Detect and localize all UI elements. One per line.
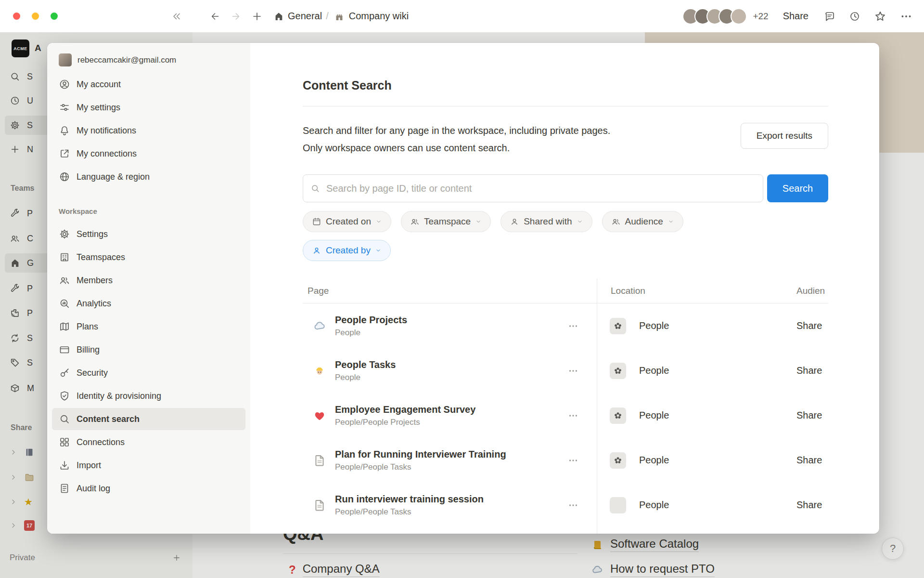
- comments-icon[interactable]: [824, 11, 835, 22]
- table-row: People Tasks People People Share: [303, 348, 828, 393]
- filter-audience[interactable]: Audience: [602, 211, 683, 232]
- new-tab-icon[interactable]: [251, 11, 263, 22]
- settings-nav-item-plans[interactable]: Plans: [52, 315, 245, 338]
- notion-app-window: General / Company wiki +22 Share Q&A ? C…: [0, 0, 924, 578]
- page-icon: [312, 498, 327, 512]
- bell-icon: [59, 125, 70, 136]
- search-box: [303, 174, 763, 202]
- zoom-button[interactable]: [51, 13, 58, 20]
- page-path: People: [335, 373, 396, 382]
- settings-nav-item-members[interactable]: Members: [52, 269, 245, 291]
- workspace-section-header: Workspace: [59, 207, 239, 215]
- export-results-button[interactable]: Export results: [741, 123, 828, 149]
- home-icon: [273, 11, 284, 22]
- filter-teamspace[interactable]: Teamspace: [401, 211, 491, 232]
- settings-nav-item-billing[interactable]: Billing: [52, 339, 245, 361]
- members-icon: [59, 275, 70, 286]
- column-header-audience: Audien: [796, 286, 825, 296]
- forward-icon[interactable]: [231, 11, 241, 22]
- page-path: People/People Tasks: [335, 507, 484, 517]
- page-title: Content Search: [303, 78, 828, 93]
- history-icon[interactable]: [849, 11, 860, 22]
- page-title-link[interactable]: People Projects: [335, 315, 407, 326]
- audience-value: Share: [796, 438, 822, 483]
- people-icon: [410, 217, 420, 226]
- collapse-sidebar-icon[interactable]: [171, 11, 182, 22]
- search-input[interactable]: [303, 174, 763, 202]
- window-controls: [13, 13, 58, 20]
- import-icon: [59, 460, 70, 471]
- row-more-button[interactable]: [563, 408, 584, 423]
- teamspace-icon: [610, 497, 626, 513]
- results-table: Page Location Audien People Projects Peo…: [303, 278, 828, 534]
- breadcrumb-root[interactable]: General: [288, 11, 322, 22]
- share-button[interactable]: Share: [783, 11, 808, 22]
- settings-nav-item-identity-provisioning[interactable]: Identity & provisioning: [52, 385, 245, 407]
- chevron-down-icon: [475, 218, 482, 225]
- chevron-down-icon: [667, 218, 674, 225]
- settings-nav-item-connections[interactable]: Connections: [52, 431, 245, 453]
- settings-nav-item-my-connections[interactable]: My connections: [52, 143, 245, 165]
- row-more-button[interactable]: [563, 364, 584, 378]
- settings-nav-item-settings[interactable]: Settings: [52, 223, 245, 245]
- key-icon: [59, 367, 70, 379]
- search-button[interactable]: Search: [767, 174, 828, 202]
- row-more-button[interactable]: [563, 453, 584, 468]
- settings-nav-item-my-notifications[interactable]: My notifications: [52, 119, 245, 142]
- minimize-button[interactable]: [32, 13, 39, 20]
- settings-nav-item-analytics[interactable]: Analytics: [52, 292, 245, 315]
- settings-nav-item-language-region[interactable]: Language & region: [52, 166, 245, 188]
- teamspace-icon: [610, 452, 626, 469]
- filter-created-on[interactable]: Created on: [303, 211, 391, 232]
- gear-icon: [59, 228, 70, 240]
- settings-modal: rebeccamcakir@gmail.com My account My se…: [47, 43, 879, 534]
- location-name: People: [639, 320, 669, 331]
- calendar-icon: [312, 217, 321, 226]
- table-row: Plan for Running Interviewer Training Pe…: [303, 438, 828, 483]
- filter-shared-with[interactable]: Shared with: [500, 211, 592, 232]
- audience-value: Share: [796, 348, 822, 393]
- account-avatar: [59, 53, 72, 66]
- row-more-button[interactable]: [563, 498, 584, 512]
- page-title-link[interactable]: Plan for Running Interviewer Training: [335, 449, 506, 460]
- settings-nav-item-my-account[interactable]: My account: [52, 73, 245, 95]
- account-row: rebeccamcakir@gmail.com: [47, 53, 250, 66]
- settings-nav-item-my-settings[interactable]: My settings: [52, 96, 245, 118]
- settings-nav-item-import[interactable]: Import: [52, 454, 245, 476]
- chevron-down-icon: [375, 218, 382, 225]
- avatar-overflow-count[interactable]: +22: [753, 11, 768, 22]
- page-title-link[interactable]: Run interviewer training session: [335, 494, 484, 505]
- close-button[interactable]: [13, 13, 20, 20]
- location-name: People: [639, 410, 669, 421]
- audit-log-icon: [59, 483, 70, 494]
- settings-nav-item-teamspaces[interactable]: Teamspaces: [52, 246, 245, 268]
- titlebar: General / Company wiki +22 Share: [0, 0, 924, 32]
- column-header-location: Location: [611, 286, 645, 296]
- page-icon: [312, 453, 327, 468]
- page-title-link[interactable]: People Tasks: [335, 359, 396, 370]
- row-more-button[interactable]: [563, 319, 584, 333]
- globe-icon: [59, 171, 70, 183]
- grid-icon: [59, 436, 70, 448]
- settings-nav-item-security[interactable]: Security: [52, 362, 245, 384]
- collaborator-avatars: [682, 8, 747, 25]
- audience-value: Share: [796, 303, 822, 348]
- account-email: rebeccamcakir@gmail.com: [77, 55, 176, 65]
- settings-nav-item-audit-log[interactable]: Audit log: [52, 477, 245, 499]
- filter-created-by[interactable]: Created by: [303, 240, 391, 261]
- audience-value: Share: [796, 483, 822, 527]
- favorite-star-icon[interactable]: [874, 10, 886, 23]
- more-options-icon[interactable]: [900, 10, 912, 23]
- chevron-down-icon: [375, 247, 382, 254]
- page-path: People: [335, 328, 407, 338]
- table-row: People Projects People People Share: [303, 303, 828, 348]
- page-title-link[interactable]: Employee Engagement Survey: [335, 404, 475, 415]
- building-icon: [59, 251, 70, 263]
- location-name: People: [639, 455, 669, 466]
- back-icon[interactable]: [210, 11, 220, 22]
- settings-sidebar: rebeccamcakir@gmail.com My account My se…: [47, 43, 250, 534]
- collaborator-avatar[interactable]: [731, 8, 747, 25]
- audience-value: Share: [796, 393, 822, 438]
- settings-nav-item-content-search[interactable]: Content search: [52, 408, 245, 430]
- breadcrumb-page[interactable]: Company wiki: [349, 11, 409, 22]
